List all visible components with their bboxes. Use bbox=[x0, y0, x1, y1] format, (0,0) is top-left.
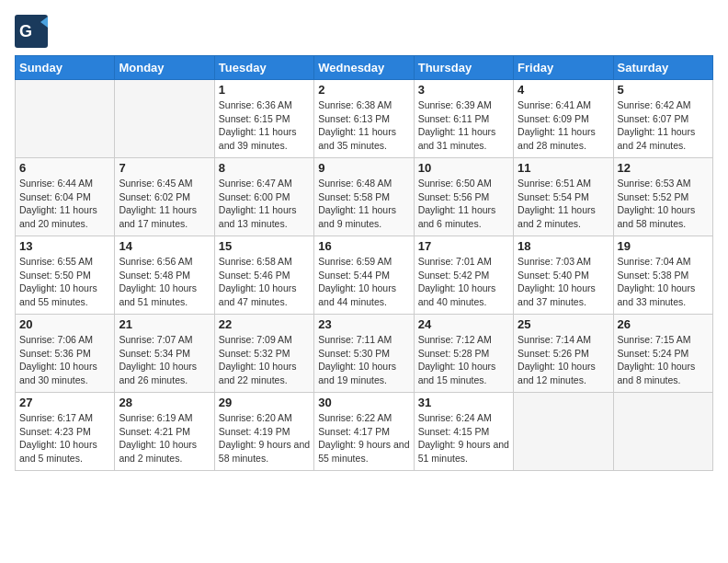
day-detail: Sunrise: 7:03 AM Sunset: 5:40 PM Dayligh… bbox=[518, 255, 609, 309]
calendar-cell: 9 Sunrise: 6:48 AM Sunset: 5:58 PM Dayli… bbox=[314, 158, 414, 236]
day-number: 26 bbox=[618, 317, 709, 331]
day-number: 10 bbox=[418, 161, 509, 175]
day-number: 24 bbox=[418, 317, 509, 331]
logo: G bbox=[15, 15, 51, 48]
day-detail: Sunrise: 6:51 AM Sunset: 5:54 PM Dayligh… bbox=[518, 177, 609, 231]
calendar-week-row: 1 Sunrise: 6:36 AM Sunset: 6:15 PM Dayli… bbox=[16, 80, 713, 158]
day-detail: Sunrise: 6:58 AM Sunset: 5:46 PM Dayligh… bbox=[219, 255, 310, 309]
calendar-cell: 20 Sunrise: 7:06 AM Sunset: 5:36 PM Dayl… bbox=[16, 315, 115, 393]
day-number: 27 bbox=[19, 396, 110, 409]
day-detail: Sunrise: 6:39 AM Sunset: 6:11 PM Dayligh… bbox=[418, 98, 509, 153]
day-detail: Sunrise: 6:50 AM Sunset: 5:56 PM Dayligh… bbox=[418, 177, 509, 231]
calendar-cell: 27 Sunrise: 6:17 AM Sunset: 4:23 PM Dayl… bbox=[16, 393, 115, 471]
calendar-cell: 7 Sunrise: 6:45 AM Sunset: 6:02 PM Dayli… bbox=[115, 158, 214, 236]
day-number: 2 bbox=[318, 83, 409, 97]
calendar-week-row: 13 Sunrise: 6:55 AM Sunset: 5:50 PM Dayl… bbox=[16, 236, 713, 315]
day-number: 7 bbox=[119, 161, 210, 175]
day-number: 21 bbox=[119, 317, 210, 331]
calendar-cell bbox=[613, 393, 712, 471]
day-number: 30 bbox=[318, 396, 409, 409]
day-detail: Sunrise: 7:04 AM Sunset: 5:38 PM Dayligh… bbox=[618, 255, 709, 309]
calendar-cell: 31 Sunrise: 6:24 AM Sunset: 4:15 PM Dayl… bbox=[414, 393, 513, 471]
day-detail: Sunrise: 6:48 AM Sunset: 5:58 PM Dayligh… bbox=[318, 177, 409, 231]
calendar-cell: 14 Sunrise: 6:56 AM Sunset: 5:48 PM Dayl… bbox=[115, 236, 214, 315]
calendar-cell: 30 Sunrise: 6:22 AM Sunset: 4:17 PM Dayl… bbox=[314, 393, 414, 471]
calendar-header-row: SundayMondayTuesdayWednesdayThursdayFrid… bbox=[16, 56, 713, 80]
day-number: 3 bbox=[418, 83, 509, 97]
calendar-cell: 15 Sunrise: 6:58 AM Sunset: 5:46 PM Dayl… bbox=[214, 236, 313, 315]
weekday-header: Sunday bbox=[16, 56, 115, 80]
day-number: 17 bbox=[418, 239, 509, 253]
day-number: 19 bbox=[618, 239, 709, 253]
day-detail: Sunrise: 6:19 AM Sunset: 4:21 PM Dayligh… bbox=[119, 411, 210, 465]
day-number: 23 bbox=[318, 317, 409, 331]
calendar-cell: 23 Sunrise: 7:11 AM Sunset: 5:30 PM Dayl… bbox=[314, 315, 414, 393]
calendar-cell bbox=[16, 80, 115, 158]
day-number: 20 bbox=[19, 317, 110, 331]
calendar-cell: 22 Sunrise: 7:09 AM Sunset: 5:32 PM Dayl… bbox=[214, 315, 313, 393]
calendar-cell: 26 Sunrise: 7:15 AM Sunset: 5:24 PM Dayl… bbox=[613, 315, 712, 393]
day-detail: Sunrise: 7:01 AM Sunset: 5:42 PM Dayligh… bbox=[418, 255, 509, 309]
calendar-body: 1 Sunrise: 6:36 AM Sunset: 6:15 PM Dayli… bbox=[16, 80, 713, 471]
day-number: 12 bbox=[618, 161, 709, 175]
day-detail: Sunrise: 6:42 AM Sunset: 6:07 PM Dayligh… bbox=[618, 98, 709, 153]
day-detail: Sunrise: 6:36 AM Sunset: 6:15 PM Dayligh… bbox=[219, 98, 310, 153]
weekday-header: Saturday bbox=[613, 56, 712, 80]
day-number: 5 bbox=[618, 83, 709, 97]
day-detail: Sunrise: 6:56 AM Sunset: 5:48 PM Dayligh… bbox=[119, 255, 210, 309]
calendar-cell: 28 Sunrise: 6:19 AM Sunset: 4:21 PM Dayl… bbox=[115, 393, 214, 471]
calendar-cell: 6 Sunrise: 6:44 AM Sunset: 6:04 PM Dayli… bbox=[16, 158, 115, 236]
day-detail: Sunrise: 7:15 AM Sunset: 5:24 PM Dayligh… bbox=[618, 333, 709, 387]
day-number: 1 bbox=[219, 83, 310, 97]
weekday-header: Tuesday bbox=[214, 56, 313, 80]
day-number: 4 bbox=[518, 83, 609, 97]
weekday-header: Friday bbox=[514, 56, 613, 80]
day-detail: Sunrise: 6:55 AM Sunset: 5:50 PM Dayligh… bbox=[19, 255, 110, 309]
calendar-cell: 25 Sunrise: 7:14 AM Sunset: 5:26 PM Dayl… bbox=[514, 315, 613, 393]
weekday-header: Monday bbox=[115, 56, 214, 80]
page-header: G bbox=[15, 15, 713, 48]
day-detail: Sunrise: 7:09 AM Sunset: 5:32 PM Dayligh… bbox=[219, 333, 310, 387]
day-number: 31 bbox=[418, 396, 509, 409]
day-detail: Sunrise: 6:59 AM Sunset: 5:44 PM Dayligh… bbox=[318, 255, 409, 309]
calendar-table: SundayMondayTuesdayWednesdayThursdayFrid… bbox=[15, 55, 713, 471]
day-number: 29 bbox=[219, 396, 310, 409]
day-detail: Sunrise: 7:07 AM Sunset: 5:34 PM Dayligh… bbox=[119, 333, 210, 387]
svg-text:G: G bbox=[19, 22, 32, 40]
calendar-cell: 17 Sunrise: 7:01 AM Sunset: 5:42 PM Dayl… bbox=[414, 236, 513, 315]
day-detail: Sunrise: 6:17 AM Sunset: 4:23 PM Dayligh… bbox=[19, 411, 110, 465]
calendar-cell: 2 Sunrise: 6:38 AM Sunset: 6:13 PM Dayli… bbox=[314, 80, 414, 158]
day-detail: Sunrise: 6:22 AM Sunset: 4:17 PM Dayligh… bbox=[318, 411, 409, 465]
calendar-cell: 10 Sunrise: 6:50 AM Sunset: 5:56 PM Dayl… bbox=[414, 158, 513, 236]
day-number: 13 bbox=[19, 239, 110, 253]
day-number: 8 bbox=[219, 161, 310, 175]
day-number: 22 bbox=[219, 317, 310, 331]
day-detail: Sunrise: 7:11 AM Sunset: 5:30 PM Dayligh… bbox=[318, 333, 409, 387]
day-number: 15 bbox=[219, 239, 310, 253]
day-number: 14 bbox=[119, 239, 210, 253]
day-number: 18 bbox=[518, 239, 609, 253]
calendar-cell: 8 Sunrise: 6:47 AM Sunset: 6:00 PM Dayli… bbox=[214, 158, 313, 236]
calendar-cell: 19 Sunrise: 7:04 AM Sunset: 5:38 PM Dayl… bbox=[613, 236, 712, 315]
day-number: 6 bbox=[19, 161, 110, 175]
day-detail: Sunrise: 7:12 AM Sunset: 5:28 PM Dayligh… bbox=[418, 333, 509, 387]
day-detail: Sunrise: 6:47 AM Sunset: 6:00 PM Dayligh… bbox=[219, 177, 310, 231]
logo-icon: G bbox=[15, 15, 48, 48]
day-detail: Sunrise: 7:06 AM Sunset: 5:36 PM Dayligh… bbox=[19, 333, 110, 387]
calendar-cell: 21 Sunrise: 7:07 AM Sunset: 5:34 PM Dayl… bbox=[115, 315, 214, 393]
day-detail: Sunrise: 6:44 AM Sunset: 6:04 PM Dayligh… bbox=[19, 177, 110, 231]
calendar-cell: 16 Sunrise: 6:59 AM Sunset: 5:44 PM Dayl… bbox=[314, 236, 414, 315]
calendar-cell: 12 Sunrise: 6:53 AM Sunset: 5:52 PM Dayl… bbox=[613, 158, 712, 236]
day-number: 28 bbox=[119, 396, 210, 409]
day-detail: Sunrise: 6:24 AM Sunset: 4:15 PM Dayligh… bbox=[418, 411, 509, 465]
day-number: 16 bbox=[318, 239, 409, 253]
day-detail: Sunrise: 7:14 AM Sunset: 5:26 PM Dayligh… bbox=[518, 333, 609, 387]
calendar-cell bbox=[115, 80, 214, 158]
day-detail: Sunrise: 6:38 AM Sunset: 6:13 PM Dayligh… bbox=[318, 98, 409, 153]
calendar-cell: 18 Sunrise: 7:03 AM Sunset: 5:40 PM Dayl… bbox=[514, 236, 613, 315]
calendar-cell: 13 Sunrise: 6:55 AM Sunset: 5:50 PM Dayl… bbox=[16, 236, 115, 315]
calendar-week-row: 20 Sunrise: 7:06 AM Sunset: 5:36 PM Dayl… bbox=[16, 315, 713, 393]
calendar-cell: 1 Sunrise: 6:36 AM Sunset: 6:15 PM Dayli… bbox=[214, 80, 313, 158]
calendar-cell: 24 Sunrise: 7:12 AM Sunset: 5:28 PM Dayl… bbox=[414, 315, 513, 393]
day-number: 9 bbox=[318, 161, 409, 175]
